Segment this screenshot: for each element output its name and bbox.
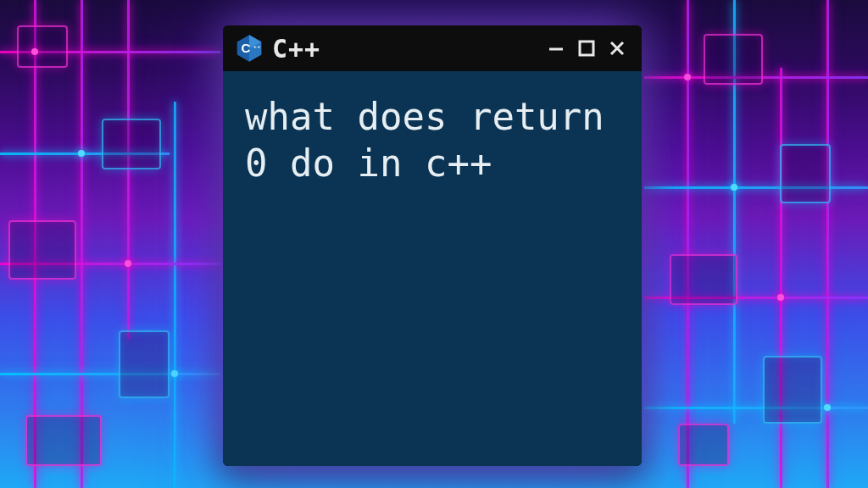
- minimize-button[interactable]: [543, 36, 569, 61]
- content-area: what does return 0 do in c++: [223, 71, 642, 466]
- app-window: C + + C++ what does return 0 do in c++: [223, 25, 642, 466]
- close-button[interactable]: [604, 36, 630, 61]
- maximize-button[interactable]: [574, 36, 599, 61]
- content-text: what does return 0 do in c++: [245, 93, 620, 186]
- window-controls: [543, 36, 630, 61]
- window-title: C++: [272, 34, 535, 64]
- svg-text:C: C: [242, 41, 251, 55]
- svg-text:+: +: [253, 43, 257, 49]
- svg-text:+: +: [258, 43, 261, 49]
- svg-rect-7: [580, 42, 593, 55]
- titlebar: C + + C++: [223, 25, 642, 71]
- cpp-icon: C + +: [235, 34, 264, 63]
